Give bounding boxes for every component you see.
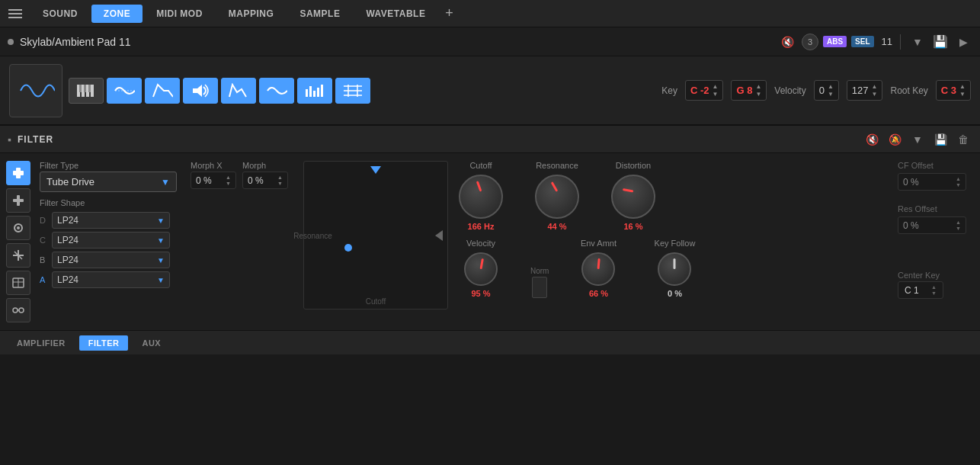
shape-b-dropdown[interactable]: LP24 ▼ bbox=[52, 252, 170, 268]
graph-cutoff-handle[interactable] bbox=[370, 166, 381, 174]
filter-routing-3[interactable] bbox=[6, 216, 30, 240]
filter-graph[interactable]: Resonance Cutoff bbox=[303, 161, 448, 309]
morph-y-stepper[interactable]: 0 % ▲▼ bbox=[242, 172, 288, 189]
menu-icon[interactable] bbox=[5, 3, 26, 24]
filter-type-label: Filter Type bbox=[40, 161, 184, 170]
morph-x-arrows[interactable]: ▲▼ bbox=[226, 175, 231, 186]
shape-a-dropdown[interactable]: LP24 ▼ bbox=[52, 271, 170, 288]
shape-item-d: D LP24 ▼ bbox=[40, 212, 184, 229]
velocity-knob-group: Velocity 95 % bbox=[454, 239, 508, 298]
cutoff-knob[interactable] bbox=[459, 175, 503, 219]
cf-offset-stepper[interactable]: 0 % ▲▼ bbox=[898, 173, 966, 191]
tab-wavetable[interactable]: WAVETABLE bbox=[354, 5, 437, 23]
bars-icon-btn[interactable] bbox=[69, 78, 104, 104]
more-icon[interactable]: ▶ bbox=[954, 33, 972, 51]
filter-side-icons bbox=[6, 161, 34, 322]
key-low-stepper[interactable]: C -2 ▲▼ bbox=[685, 80, 723, 101]
resonance-knob[interactable] bbox=[535, 175, 579, 219]
res-offset-stepper[interactable]: 0 % ▲▼ bbox=[898, 216, 966, 234]
graph-x-label: Cutoff bbox=[366, 297, 386, 306]
filter-type-dropdown[interactable]: Tube Drive ▼ bbox=[40, 172, 177, 192]
sel-badge[interactable]: SEL bbox=[851, 36, 873, 47]
wave-icon-btn[interactable] bbox=[107, 78, 142, 104]
abs-badge[interactable]: ABS bbox=[823, 36, 847, 47]
bottom-bar: AMPLIFIER FILTER AUX bbox=[0, 330, 980, 354]
graph-resonance-dot[interactable] bbox=[344, 244, 352, 252]
filter-type-column: Filter Type Tube Drive ▼ Filter Shape D … bbox=[40, 161, 184, 322]
svg-rect-3 bbox=[91, 85, 94, 97]
svg-rect-6 bbox=[88, 85, 91, 92]
dropdown-icon[interactable]: ▼ bbox=[908, 33, 927, 51]
mod-env-icon-btn[interactable] bbox=[221, 78, 256, 104]
tab-zone[interactable]: ZONE bbox=[91, 5, 143, 23]
grid-icon-btn[interactable] bbox=[335, 78, 370, 104]
filter-routing-2[interactable] bbox=[6, 188, 30, 213]
header-separator bbox=[900, 34, 901, 50]
key-high-arrows[interactable]: ▲▼ bbox=[755, 83, 761, 98]
vel-high-arrows[interactable]: ▲▼ bbox=[872, 83, 878, 98]
filter-routing-5[interactable] bbox=[6, 271, 30, 295]
filter-routing-1[interactable] bbox=[6, 161, 30, 185]
key-high-stepper[interactable]: G 8 ▲▼ bbox=[731, 80, 767, 101]
filter-delete-icon[interactable]: 🗑 bbox=[954, 130, 972, 149]
svg-point-24 bbox=[17, 226, 20, 229]
filter-dropdown-icon[interactable]: ▼ bbox=[908, 130, 927, 149]
morph-x-stepper[interactable]: 0 % ▲▼ bbox=[191, 172, 236, 189]
add-tab-button[interactable]: + bbox=[439, 4, 459, 24]
midi-channel-badge[interactable]: 3 bbox=[802, 34, 818, 50]
shape-d-dropdown[interactable]: LP24 ▼ bbox=[52, 212, 170, 229]
tab-midi-mod[interactable]: MIDI MOD bbox=[144, 5, 215, 23]
velocity-knob-label: Velocity bbox=[466, 239, 495, 248]
morph-x-label: Morph X bbox=[191, 161, 236, 170]
cutoff-label: Cutoff bbox=[469, 161, 492, 170]
norm-box[interactable] bbox=[532, 277, 547, 298]
env-amnt-knob[interactable] bbox=[581, 252, 615, 286]
filter-header-actions: 🔇 🔕 ▼ 💾 🗑 bbox=[863, 130, 972, 149]
svg-rect-12 bbox=[317, 88, 319, 97]
distortion-knob-group: Distortion 16 % bbox=[607, 161, 660, 231]
cf-offset-arrows[interactable]: ▲▼ bbox=[956, 176, 961, 188]
lfo-icon-btn[interactable] bbox=[259, 78, 294, 104]
distortion-value: 16 % bbox=[623, 222, 642, 231]
save-button[interactable]: 💾 bbox=[931, 33, 950, 51]
key-low-arrows[interactable]: ▲▼ bbox=[713, 83, 719, 98]
key-follow-knob[interactable] bbox=[658, 252, 691, 286]
root-key-stepper[interactable]: C 3 ▲▼ bbox=[936, 80, 971, 101]
mute-icon[interactable]: 🔇 bbox=[779, 33, 797, 51]
filter-save-icon[interactable]: 💾 bbox=[931, 130, 950, 149]
center-key-stepper[interactable]: C 1 ▲▼ bbox=[898, 281, 943, 299]
velocity-knob[interactable] bbox=[464, 252, 498, 286]
vel-low-stepper[interactable]: 0 ▲▼ bbox=[814, 80, 839, 101]
envelope-icon-btn[interactable] bbox=[145, 78, 180, 104]
bottom-tab-aux[interactable]: AUX bbox=[133, 335, 170, 351]
filter-collapse-icon[interactable]: ▪ bbox=[8, 133, 11, 146]
bottom-tab-filter[interactable]: FILTER bbox=[79, 335, 129, 351]
distortion-indicator bbox=[623, 188, 633, 192]
tab-sound[interactable]: SOUND bbox=[30, 5, 90, 23]
filter-routing-4[interactable] bbox=[6, 243, 30, 268]
shape-c-dropdown[interactable]: LP24 ▼ bbox=[52, 232, 170, 249]
waveform-thumbnail[interactable] bbox=[9, 64, 62, 117]
volume-icon-btn[interactable] bbox=[183, 78, 218, 104]
res-offset-arrows[interactable]: ▲▼ bbox=[956, 220, 961, 231]
morph-column: Morph X 0 % ▲▼ Morph 0 % ▲▼ bbox=[191, 161, 297, 322]
root-key-arrows[interactable]: ▲▼ bbox=[959, 83, 966, 98]
tab-mapping[interactable]: MAPPING bbox=[216, 5, 287, 23]
filter-header: ▪ FILTER 🔇 🔕 ▼ 💾 🗑 bbox=[0, 126, 980, 153]
graph-side-handle[interactable] bbox=[435, 230, 443, 241]
spectrum-icon-btn[interactable] bbox=[297, 78, 332, 104]
top-nav: SOUND ZONE MIDI MOD MAPPING SAMPLE WAVET… bbox=[0, 0, 980, 27]
morph-y-label: Morph bbox=[242, 161, 288, 170]
distortion-knob[interactable] bbox=[611, 175, 655, 219]
header-bar: Skylab/Ambient Pad 11 🔇 3 ABS SEL 11 ▼ 💾… bbox=[0, 27, 980, 56]
filter-bypass-icon[interactable]: 🔕 bbox=[886, 130, 904, 149]
filter-mute-icon[interactable]: 🔇 bbox=[863, 130, 881, 149]
vel-low-arrows[interactable]: ▲▼ bbox=[828, 83, 834, 98]
bottom-tab-amplifier[interactable]: AMPLIFIER bbox=[8, 335, 75, 351]
morph-y-arrows[interactable]: ▲▼ bbox=[277, 175, 283, 186]
env-amnt-indicator bbox=[597, 258, 600, 269]
center-key-arrows[interactable]: ▲▼ bbox=[931, 284, 937, 296]
tab-sample[interactable]: SAMPLE bbox=[287, 5, 352, 23]
filter-routing-6[interactable] bbox=[6, 298, 30, 322]
vel-high-stepper[interactable]: 127 ▲▼ bbox=[847, 80, 883, 101]
